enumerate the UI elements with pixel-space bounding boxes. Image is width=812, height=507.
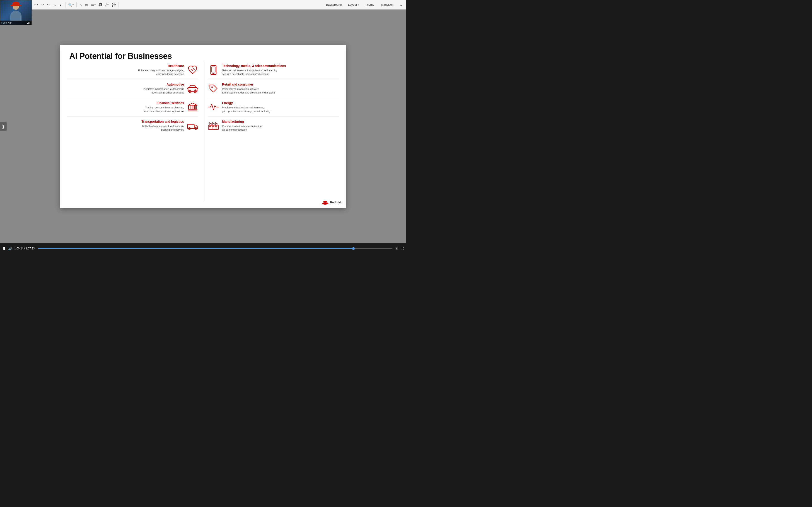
layout-icon: ⊞ [85, 3, 88, 7]
zoom-button[interactable]: 🔍 ▾ [67, 2, 75, 7]
add-dropdown-arrow: ▾ [37, 3, 38, 6]
healthcare-name: Healthcare [138, 64, 184, 68]
svg-point-21 [211, 87, 213, 88]
manufacturing-desc: Process correction and optimization,on-d… [222, 124, 262, 132]
automotive-name: Automotive [143, 82, 184, 86]
cursor-icon: ↖ [79, 3, 82, 7]
retail-text: Retail and consumer Personalized product… [222, 82, 275, 95]
separator-1 [65, 2, 65, 7]
separator-3 [118, 2, 118, 7]
toolbar-right-section: Background Layout ▾ Theme Transition ⌄ [324, 2, 404, 7]
redo-icon: ↪ [47, 3, 50, 7]
financial-desc: Trading, personal finance planning,fraud… [143, 106, 184, 113]
settings-button[interactable]: ⚙ [396, 247, 399, 250]
healthcare-text: Healthcare Enhanced diagnostic and image… [138, 64, 184, 76]
play-pause-button[interactable]: ⏸ [2, 246, 6, 250]
sector-automotive: Automotive Predictive maintenance, auton… [67, 79, 198, 98]
svg-rect-13 [188, 111, 198, 111]
healthcare-desc: Enhanced diagnostic and image analysis,e… [138, 69, 184, 76]
bank-icon [187, 101, 198, 113]
main-area: ❯ AI Potential for Businesses Healthcare… [0, 9, 406, 243]
manufacturing-name: Manufacturing [222, 120, 262, 123]
time-display: 1:00:24 / 1:07:23 [14, 247, 35, 250]
svg-marker-7 [188, 103, 197, 105]
technology-text: Technology, media, & telecommunications … [222, 64, 286, 76]
svg-rect-20 [212, 67, 215, 72]
plus-icon: ＋ [33, 3, 37, 7]
svg-rect-11 [195, 105, 197, 109]
print-button[interactable]: 🖨 [52, 2, 57, 7]
energy-name: Energy [222, 101, 270, 105]
add-button[interactable]: ＋ ▾ [32, 2, 39, 7]
automotive-desc: Predictive maintenance, autonomousride s… [143, 87, 184, 95]
car-icon [187, 82, 198, 94]
theme-button[interactable]: Theme [363, 2, 376, 7]
current-time: 1:00:24 [14, 247, 23, 250]
layout-tool-button[interactable]: ⊞ [84, 2, 89, 7]
redo-button[interactable]: ↪ [46, 2, 51, 7]
nav-prev-arrow[interactable]: ❯ [0, 122, 7, 131]
line-dropdown-arrow: ▾ [107, 3, 108, 6]
svg-rect-8 [189, 105, 190, 109]
total-time: 1:07:23 [26, 247, 35, 250]
shape-icon: ▭ [91, 3, 94, 7]
comment-button[interactable]: 💬 [111, 2, 117, 7]
technology-desc: Network maintenance & optimization, self… [222, 69, 286, 76]
shape-button[interactable]: ▭ ▾ [90, 2, 97, 7]
layout-button[interactable]: Layout ▾ [346, 2, 361, 7]
slide-title-text: AI Potential for Businesses [69, 51, 172, 61]
image-icon: 🖼 [99, 3, 102, 7]
redhat-text: Red Hat [330, 201, 341, 204]
svg-rect-24 [212, 126, 214, 129]
sector-energy: Energy Predictive infrastructure mainten… [208, 98, 339, 117]
svg-rect-12 [188, 109, 197, 110]
layout-arrow: ▾ [358, 4, 359, 6]
bottom-right-controls: ⚙ ⛶ [396, 247, 404, 250]
paint-format-button[interactable]: 🖌 [58, 2, 64, 7]
shape-dropdown-arrow: ▾ [95, 3, 96, 6]
select-button[interactable]: ↖ [78, 2, 83, 7]
transition-button[interactable]: Transition [379, 2, 395, 7]
mute-button[interactable]: 🔊 [8, 247, 12, 250]
transportation-desc: Traffic flow management, autonomoustruck… [142, 124, 184, 132]
line-icon: ╱ [105, 3, 107, 7]
right-column: Technology, media, & telecommunications … [203, 61, 339, 199]
print-icon: 🖨 [53, 3, 56, 7]
transportation-name: Transportation and logistics [142, 120, 184, 123]
factory-icon [208, 120, 219, 131]
technology-name: Technology, media, & telecommunications [222, 64, 286, 68]
automotive-text: Automotive Predictive maintenance, auton… [143, 82, 184, 95]
progress-thumb [352, 247, 355, 250]
phone-icon [208, 64, 219, 76]
energy-desc: Predictive infrastructure maintenance,gr… [222, 106, 270, 113]
sector-healthcare: Healthcare Enhanced diagnostic and image… [67, 61, 198, 79]
redhat-logo: Red Hat [321, 200, 341, 205]
progress-bar[interactable] [38, 248, 392, 249]
fullscreen-button[interactable]: ⛶ [401, 247, 404, 250]
retail-name: Retail and consumer [222, 82, 275, 86]
background-button[interactable]: Background [324, 2, 344, 7]
collapse-button[interactable]: ⌄ [398, 2, 404, 7]
progress-fill [38, 248, 353, 249]
financial-text: Financial services Trading, personal fin… [143, 101, 184, 113]
zoom-dropdown-arrow: ▾ [72, 3, 73, 6]
manufacturing-text: Manufacturing Process correction and opt… [222, 120, 262, 132]
speaker-name: Fatih Nar [1, 21, 11, 24]
video-overlay: Fatih Nar [0, 0, 32, 25]
line-button[interactable]: ╱ ▾ [104, 2, 110, 7]
svg-point-32 [322, 202, 328, 205]
image-button[interactable]: 🖼 [98, 2, 103, 7]
energy-text: Energy Predictive infrastructure mainten… [222, 101, 270, 113]
left-column: Healthcare Enhanced diagnostic and image… [67, 61, 203, 199]
svg-rect-22 [208, 125, 219, 129]
vertical-divider [203, 61, 203, 201]
retail-desc: Personalized production, delivery,& mana… [222, 87, 275, 95]
transportation-text: Transportation and logistics Traffic flo… [142, 120, 184, 132]
paint-format-icon: 🖌 [59, 3, 62, 7]
undo-button[interactable]: ↩ [40, 2, 45, 7]
svg-rect-25 [215, 126, 217, 129]
svg-rect-9 [191, 105, 192, 109]
bottom-bar: ⏸ 🔊 1:00:24 / 1:07:23 ⚙ ⛶ [0, 243, 406, 253]
sector-financial: Financial services Trading, personal fin… [67, 98, 198, 117]
tag-icon [208, 82, 219, 94]
